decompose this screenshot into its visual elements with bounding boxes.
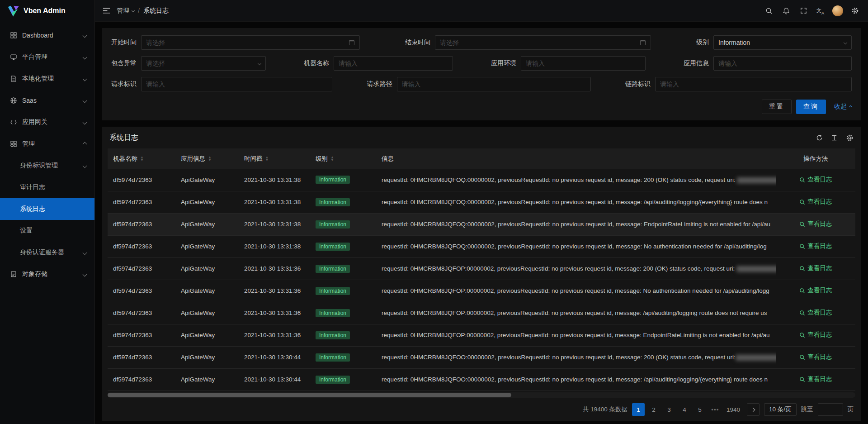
- sidebar-item-audit-logs[interactable]: 审计日志: [0, 176, 94, 198]
- fullscreen-icon[interactable]: [795, 0, 812, 22]
- cell-actions: 查看日志: [776, 257, 855, 280]
- horizontal-scrollbar[interactable]: [108, 392, 855, 398]
- sidebar-item-settings[interactable]: 设置: [0, 220, 94, 242]
- sidebar-item-object-storage[interactable]: 对象存储: [0, 263, 94, 285]
- scrollbar-thumb[interactable]: [108, 393, 511, 397]
- view-log-link[interactable]: 查看日志: [799, 331, 832, 339]
- cell-app-info: ApiGateWay: [175, 324, 239, 346]
- next-page-button[interactable]: [747, 403, 760, 416]
- view-log-link[interactable]: 查看日志: [799, 286, 832, 295]
- sidebar-item-gateway[interactable]: 应用网关: [0, 111, 94, 133]
- filter-actions: 重置 查询 收起: [111, 98, 852, 114]
- include-exception-select[interactable]: [146, 60, 255, 67]
- app-logo[interactable]: Vben Admin: [0, 0, 94, 22]
- search-icon[interactable]: [760, 0, 778, 22]
- sidebar-item-system-logs[interactable]: 系统日志: [0, 198, 94, 220]
- user-avatar[interactable]: [829, 0, 846, 22]
- filter-field-level: 级别: [696, 35, 852, 50]
- cell-app-info: ApiGateWay: [175, 191, 239, 213]
- cell-timestamp: 2021-10-30 13:31:38: [239, 169, 310, 191]
- page-button-1[interactable]: 1: [632, 403, 645, 416]
- start-time-input[interactable]: [146, 39, 345, 46]
- sidebar-item-admin[interactable]: 管理: [0, 133, 94, 155]
- sort-icon[interactable]: ▲▼: [208, 156, 212, 162]
- column-header-timestamp[interactable]: 时间戳▲▼: [239, 148, 310, 169]
- level-select[interactable]: [718, 39, 840, 46]
- search-button[interactable]: 查询: [796, 100, 826, 114]
- table-row[interactable]: df5974d72363 ApiGateWay 2021-10-30 13:31…: [108, 324, 855, 346]
- page-button-3[interactable]: 3: [663, 403, 675, 416]
- jump-page-input[interactable]: [818, 403, 843, 416]
- table-header-row: 机器名称▲▼应用信息▲▼时间戳▲▼级别▲▼信息操作方法: [108, 148, 855, 169]
- sidebar-item-dashboard[interactable]: Dashboard: [0, 24, 94, 46]
- sidebar-item-saas[interactable]: Saas: [0, 90, 94, 111]
- table-row[interactable]: df5974d72363 ApiGateWay 2021-10-30 13:31…: [108, 169, 855, 191]
- cell-machine-name: df5974d72363: [108, 191, 175, 213]
- filter-row: 开始时间 结束时间 级别: [111, 35, 852, 50]
- table-toolbar: [816, 134, 854, 142]
- column-header-app[interactable]: 应用信息▲▼: [175, 148, 239, 169]
- table-row[interactable]: df5974d72363 ApiGateWay 2021-10-30 13:30…: [108, 368, 855, 391]
- row-height-icon[interactable]: [831, 134, 838, 142]
- sidebar-item-label: 身份认证服务器: [20, 248, 64, 257]
- sidebar-item-label: 身份标识管理: [20, 162, 58, 170]
- table-row[interactable]: df5974d72363 ApiGateWay 2021-10-30 13:31…: [108, 302, 855, 324]
- request-id-input[interactable]: [146, 81, 327, 88]
- app-info-input[interactable]: [718, 60, 847, 67]
- page-size-select[interactable]: 10 条/页: [764, 403, 797, 416]
- view-log-link[interactable]: 查看日志: [799, 198, 832, 206]
- table-row[interactable]: df5974d72363 ApiGateWay 2021-10-30 13:31…: [108, 235, 855, 257]
- chevron-down-icon: [83, 250, 87, 255]
- pagination-ellipsis[interactable]: •••: [709, 403, 722, 416]
- request-path-input[interactable]: [402, 81, 586, 88]
- breadcrumb-parent[interactable]: 管理: [117, 7, 134, 15]
- cell-message: requestId: 0HMCRBM8JQFOQ:00000002, previ…: [376, 191, 776, 213]
- sidebar-item-identity[interactable]: 身份标识管理: [0, 155, 94, 176]
- settings-gear-icon[interactable]: [846, 0, 863, 22]
- chevron-up-icon: [83, 142, 87, 146]
- sort-icon[interactable]: ▲▼: [330, 156, 334, 162]
- collapse-link[interactable]: 收起: [834, 103, 852, 111]
- view-log-link[interactable]: 查看日志: [799, 309, 832, 317]
- view-log-link[interactable]: 查看日志: [799, 375, 832, 383]
- view-log-link[interactable]: 查看日志: [799, 264, 832, 272]
- view-log-link[interactable]: 查看日志: [799, 353, 832, 361]
- reset-button[interactable]: 重置: [762, 100, 792, 114]
- column-header-machine[interactable]: 机器名称▲▼: [108, 148, 175, 169]
- trace-id-input[interactable]: [660, 81, 847, 88]
- table-row[interactable]: df5974d72363 ApiGateWay 2021-10-30 13:31…: [108, 191, 855, 213]
- locale-translate-icon[interactable]: 文A: [812, 0, 829, 22]
- refresh-icon[interactable]: [816, 134, 823, 142]
- machine-name-input[interactable]: [339, 60, 448, 67]
- level-badge: Information: [316, 287, 350, 295]
- sort-icon[interactable]: ▲▼: [140, 156, 144, 162]
- page-button-4[interactable]: 4: [678, 403, 691, 416]
- page-button-2[interactable]: 2: [647, 403, 660, 416]
- column-header-level[interactable]: 级别▲▼: [310, 148, 376, 169]
- sidebar-item-platform[interactable]: 平台管理: [0, 46, 94, 68]
- cell-timestamp: 2021-10-30 13:31:38: [239, 191, 310, 213]
- sidebar-collapse-icon[interactable]: [98, 0, 115, 22]
- notification-bell-icon[interactable]: [778, 0, 795, 22]
- view-log-link[interactable]: 查看日志: [799, 220, 832, 228]
- page-button-1940[interactable]: 1940: [724, 403, 742, 416]
- app-environment-input[interactable]: [526, 60, 641, 67]
- sidebar-item-localization[interactable]: 本地化管理: [0, 68, 94, 90]
- sort-icon[interactable]: ▲▼: [265, 156, 269, 162]
- table-row[interactable]: df5974d72363 ApiGateWay 2021-10-30 13:31…: [108, 257, 855, 280]
- sidebar-item-auth-server[interactable]: 身份认证服务器: [0, 242, 94, 263]
- table-row[interactable]: df5974d72363 ApiGateWay 2021-10-30 13:30…: [108, 346, 855, 368]
- view-log-link[interactable]: 查看日志: [799, 242, 832, 250]
- table-row[interactable]: df5974d72363 ApiGateWay 2021-10-30 13:31…: [108, 280, 855, 302]
- cell-timestamp: 2021-10-30 13:31:36: [239, 280, 310, 302]
- table-row[interactable]: df5974d72363 ApiGateWay 2021-10-30 13:31…: [108, 213, 855, 235]
- field-label: 机器名称: [304, 59, 329, 67]
- cell-actions: 查看日志: [776, 280, 855, 302]
- view-log-link[interactable]: 查看日志: [799, 176, 832, 184]
- cell-message: requestId: 0HMCRBM8JQFOP:00000002, previ…: [376, 302, 776, 324]
- column-settings-gear-icon[interactable]: [846, 134, 854, 142]
- end-time-input[interactable]: [440, 39, 636, 46]
- page-button-5[interactable]: 5: [693, 403, 706, 416]
- breadcrumb-parent-label: 管理: [117, 7, 129, 15]
- include-exception-control: [141, 56, 266, 71]
